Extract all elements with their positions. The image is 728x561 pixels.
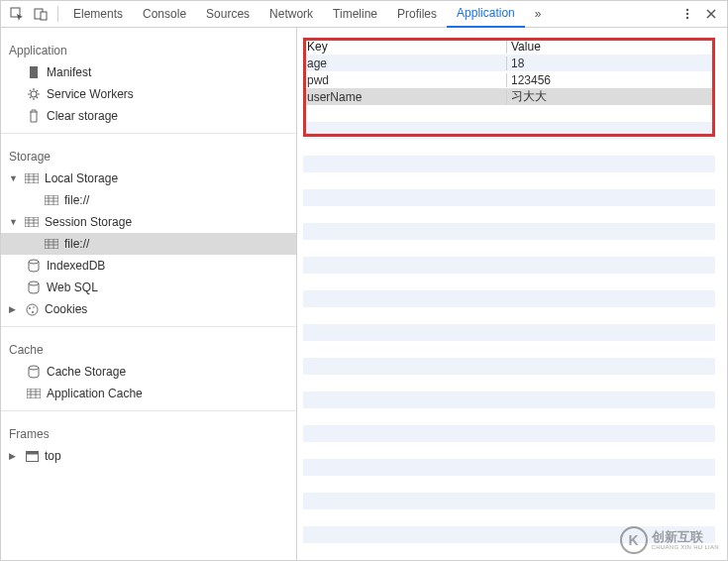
section-cache: Cache (1, 333, 296, 361)
document-icon (27, 65, 41, 79)
table-row-empty (303, 240, 715, 257)
svg-rect-11 (45, 239, 58, 249)
table-row-empty (303, 206, 715, 223)
svg-point-13 (29, 281, 39, 285)
svg-point-7 (31, 91, 37, 97)
sidebar-item-service-workers[interactable]: Service Workers (1, 83, 296, 105)
gear-icon (27, 87, 41, 101)
watermark-logo-icon: K (620, 526, 648, 554)
svg-rect-6 (30, 66, 38, 78)
table-row[interactable]: age 18 (303, 55, 715, 71)
svg-point-14 (27, 304, 38, 315)
tab-network[interactable]: Network (260, 1, 323, 28)
sidebar-item-manifest[interactable]: Manifest (1, 61, 296, 83)
chevron-down-icon: ▼ (9, 217, 19, 227)
table-icon (45, 193, 58, 207)
table-row[interactable]: pwd 123456 (303, 71, 715, 88)
sidebar-label: Application Cache (47, 387, 143, 400)
svg-rect-10 (25, 217, 39, 227)
application-sidebar: Application Manifest Service Workers Cle… (1, 28, 297, 560)
tab-profiles[interactable]: Profiles (387, 1, 447, 28)
table-header: Key Value (303, 38, 715, 55)
sidebar-item-indexeddb[interactable]: IndexedDB (1, 255, 296, 277)
cell-key: pwd (303, 73, 507, 87)
tab-overflow[interactable]: » (525, 1, 552, 28)
table-row-empty (303, 324, 715, 341)
sidebar-label: Session Storage (45, 215, 132, 229)
table-row-empty (303, 375, 715, 392)
table-row-empty (303, 189, 715, 206)
sidebar-item-session-file[interactable]: file:// (1, 233, 296, 255)
sidebar-label: Cache Storage (47, 365, 126, 379)
sidebar-label: Manifest (47, 65, 91, 79)
table-row-empty (303, 290, 715, 307)
table-row-empty (303, 156, 715, 172)
separator (1, 326, 296, 327)
devtools-toolbar: Elements Console Sources Network Timelin… (1, 1, 727, 28)
svg-point-12 (29, 260, 39, 264)
inspect-icon[interactable] (5, 2, 29, 26)
cell-value: 123456 (507, 73, 715, 87)
sidebar-label: Web SQL (47, 280, 98, 294)
table-row-empty (303, 392, 715, 408)
svg-point-4 (686, 13, 688, 15)
cookie-icon (25, 302, 39, 316)
separator (1, 410, 296, 411)
svg-rect-2 (41, 12, 47, 20)
chevron-right-icon: ▶ (9, 304, 19, 314)
sidebar-label: Clear storage (47, 109, 118, 123)
svg-rect-19 (27, 389, 41, 398)
section-frames: Frames (1, 417, 296, 445)
sidebar-item-clear-storage[interactable]: Clear storage (1, 105, 296, 127)
section-storage: Storage (1, 140, 296, 168)
table-row-empty (303, 493, 715, 509)
tab-elements[interactable]: Elements (63, 1, 133, 28)
sidebar-item-cookies[interactable]: ▶ Cookies (1, 298, 296, 320)
sidebar-item-cache-storage[interactable]: Cache Storage (1, 361, 296, 383)
kebab-menu-icon[interactable] (676, 2, 699, 26)
tab-timeline[interactable]: Timeline (323, 1, 387, 28)
table-row-empty (303, 341, 715, 358)
header-value[interactable]: Value (507, 40, 715, 54)
svg-point-18 (29, 366, 39, 370)
cell-value: 18 (507, 56, 715, 70)
sidebar-item-application-cache[interactable]: Application Cache (1, 383, 296, 404)
sidebar-item-websql[interactable]: Web SQL (1, 277, 296, 298)
storage-content: Key Value age 18 pwd 123456 userName 习大大 (297, 28, 727, 560)
table-row[interactable]: userName 习大大 (303, 88, 715, 105)
cell-key: userName (303, 90, 507, 104)
key-value-table[interactable]: Key Value age 18 pwd 123456 userName 习大大 (303, 38, 715, 560)
sidebar-item-session-storage[interactable]: ▼ Session Storage (1, 211, 296, 233)
sidebar-label: top (45, 449, 61, 463)
sidebar-label: file:// (64, 237, 89, 251)
sidebar-item-local-file[interactable]: file:// (1, 189, 296, 211)
svg-point-15 (29, 307, 31, 309)
table-row-empty (303, 509, 715, 526)
cell-key: age (303, 56, 507, 70)
sidebar-label: Service Workers (47, 87, 134, 101)
close-icon[interactable] (699, 2, 723, 26)
sidebar-item-frames-top[interactable]: ▶ top (1, 445, 296, 467)
tab-console[interactable]: Console (133, 1, 196, 28)
svg-rect-21 (26, 451, 38, 454)
header-key[interactable]: Key (303, 40, 507, 54)
table-row-empty (303, 257, 715, 274)
sidebar-item-local-storage[interactable]: ▼ Local Storage (1, 168, 296, 189)
separator (1, 133, 296, 134)
table-row-empty (303, 425, 715, 442)
table-row-empty (303, 408, 715, 425)
svg-rect-9 (45, 195, 58, 205)
tab-application[interactable]: Application (447, 1, 525, 28)
cell-value: 习大大 (507, 88, 715, 105)
table-row-empty (303, 105, 715, 122)
table-row-empty (303, 442, 715, 459)
section-application: Application (1, 34, 296, 61)
table-row-empty (303, 139, 715, 156)
toolbar-separator (57, 6, 58, 22)
device-toggle-icon[interactable] (29, 2, 52, 26)
watermark-cn: 创新互联 (652, 530, 719, 544)
table-row-empty (303, 172, 715, 189)
tab-sources[interactable]: Sources (196, 1, 260, 28)
database-icon (27, 259, 41, 273)
table-icon (25, 171, 39, 185)
